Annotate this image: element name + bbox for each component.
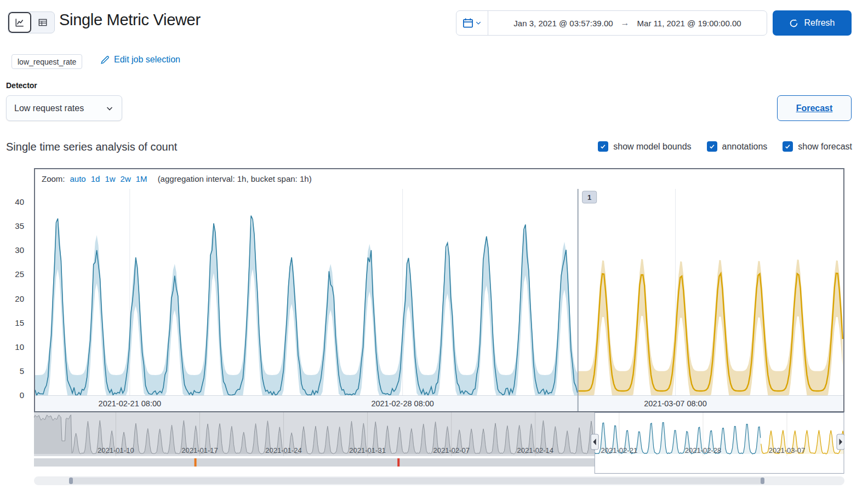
chart-view-button[interactable] xyxy=(8,12,31,33)
edit-link-label: Edit job selection xyxy=(114,55,180,65)
refresh-icon xyxy=(789,19,798,28)
checkbox-label: show model bounds xyxy=(613,142,691,152)
date-picker: Jan 3, 2021 @ 03:57:39.00 → Mar 11, 2021… xyxy=(456,10,767,36)
zoom-auto-link[interactable]: auto xyxy=(70,174,86,183)
checkbox-label: annotations xyxy=(722,142,768,152)
detector-label: Detector xyxy=(6,81,37,90)
job-badge[interactable]: low_request_rate xyxy=(12,54,82,69)
x-axis-tick-label: 2021-02-28 08:00 xyxy=(371,399,434,408)
annotation-badge-label: 1 xyxy=(587,193,591,202)
checkbox-label: show forecast xyxy=(798,142,852,152)
chart-options: show model bounds annotations show forec… xyxy=(598,141,852,152)
checkbox-checked-icon xyxy=(707,141,717,152)
date-range[interactable]: Jan 3, 2021 @ 03:57:39.00 → Mar 11, 2021… xyxy=(488,11,767,35)
navigator-tick-label: 2021-02-14 xyxy=(517,446,554,454)
line-chart-icon xyxy=(15,18,25,27)
annotation-marker[interactable] xyxy=(195,458,197,467)
zoom-2w-link[interactable]: 2w xyxy=(121,174,131,183)
navigator-tick-label: 2021-02-07 xyxy=(433,446,470,454)
navigator-tick-label: 2021-01-31 xyxy=(349,446,386,454)
y-axis-tick-label: 30 xyxy=(15,245,24,255)
y-axis-tick-label: 40 xyxy=(15,197,24,207)
detector-selected-value: Low request rates xyxy=(14,103,84,113)
end-date[interactable]: Mar 11, 2021 @ 19:00:00.00 xyxy=(637,19,741,28)
navigator-tick-label: 2021-03-07 xyxy=(769,446,806,454)
zoom-label: Zoom: xyxy=(42,174,65,183)
context-navigator[interactable]: 2021-01-102021-01-172021-01-242021-01-31… xyxy=(34,412,844,474)
y-axis-labels: 0510152025303540 xyxy=(0,0,28,495)
checkbox-checked-icon xyxy=(783,141,793,152)
scrollbar-thumb[interactable] xyxy=(69,477,764,484)
aggregation-note: (aggregation interval: 1h, bucket span: … xyxy=(158,174,312,183)
checkbox-checked-icon xyxy=(598,141,608,152)
navigator-tick-label: 2021-01-10 xyxy=(98,446,134,454)
chevron-down-icon xyxy=(475,20,482,26)
zoom-1w-link[interactable]: 1w xyxy=(105,174,115,183)
refresh-button[interactable]: Refresh xyxy=(773,10,852,36)
show-model-bounds-checkbox[interactable]: show model bounds xyxy=(598,141,691,152)
date-quick-select-button[interactable] xyxy=(456,11,488,35)
zoom-1d-link[interactable]: 1d xyxy=(91,174,100,183)
view-toggle-group xyxy=(8,11,55,33)
annotation-track xyxy=(34,458,595,467)
edit-job-selection-link[interactable]: Edit job selection xyxy=(100,55,180,65)
table-icon xyxy=(38,18,48,27)
navigator-tick-label: 2021-01-24 xyxy=(265,446,302,454)
time-series-chart-panel: Zoom: auto 1d 1w 2w 1M (aggregation inte… xyxy=(34,168,844,412)
annotation-marker[interactable] xyxy=(397,458,399,467)
time-series-chart[interactable]: 2021-02-21 08:002021-02-28 08:002021-03-… xyxy=(35,188,843,411)
y-axis-tick-label: 10 xyxy=(15,342,24,352)
calendar-icon xyxy=(462,18,473,28)
refresh-label: Refresh xyxy=(804,18,835,28)
y-axis-tick-label: 15 xyxy=(15,318,24,328)
chart-scrollbar[interactable] xyxy=(34,476,844,485)
scrollbar-handle-right[interactable] xyxy=(761,477,764,484)
pencil-icon xyxy=(100,55,110,65)
navigator-tick-label: 2021-02-21 xyxy=(601,446,638,454)
show-forecast-checkbox[interactable]: show forecast xyxy=(783,141,852,152)
analysis-heading: Single time series analysis of count xyxy=(6,141,177,153)
y-axis-tick-label: 5 xyxy=(20,366,24,376)
x-axis-tick-label: 2021-02-21 08:00 xyxy=(99,399,162,408)
y-axis-tick-label: 0 xyxy=(20,390,24,400)
detector-select[interactable]: Low request rates xyxy=(6,95,122,121)
scrollbar-handle-left[interactable] xyxy=(69,477,73,484)
annotations-checkbox[interactable]: annotations xyxy=(707,141,768,152)
zoom-bar: Zoom: auto 1d 1w 2w 1M (aggregation inte… xyxy=(35,169,843,188)
y-axis-tick-label: 35 xyxy=(15,221,24,231)
zoom-1M-link[interactable]: 1M xyxy=(136,174,147,183)
navigator-chart[interactable]: 2021-01-102021-01-172021-01-242021-01-31… xyxy=(34,412,844,474)
forecast-button[interactable]: Forecast xyxy=(777,95,852,121)
x-axis-tick-label: 2021-03-07 08:00 xyxy=(644,399,707,408)
model-bounds-area xyxy=(35,220,578,395)
page-title: Single Metric Viewer xyxy=(59,11,201,29)
navigator-tick-label: 2021-02-28 xyxy=(685,446,722,454)
start-date[interactable]: Jan 3, 2021 @ 03:57:39.00 xyxy=(513,19,613,28)
arrow-right-icon: → xyxy=(621,18,630,28)
chevron-down-icon xyxy=(105,104,114,113)
table-view-button[interactable] xyxy=(31,12,54,33)
y-axis-tick-label: 25 xyxy=(15,269,24,279)
navigator-tick-label: 2021-01-17 xyxy=(181,446,218,454)
y-axis-tick-label: 20 xyxy=(15,294,24,304)
